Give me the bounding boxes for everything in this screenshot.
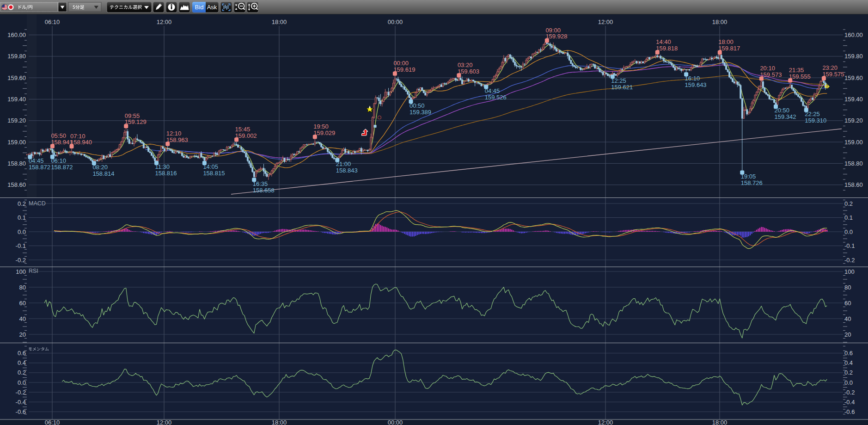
svg-text:0.0: 0.0 bbox=[844, 228, 853, 235]
svg-text:158.872: 158.872 bbox=[29, 164, 50, 171]
svg-text:159.603: 159.603 bbox=[458, 68, 479, 75]
svg-text:12:00: 12:00 bbox=[598, 419, 613, 425]
svg-text:-0.2: -0.2 bbox=[16, 389, 26, 396]
svg-text:159.80: 159.80 bbox=[844, 53, 863, 60]
svg-text:158.843: 158.843 bbox=[336, 167, 358, 174]
svg-text:80: 80 bbox=[19, 284, 26, 291]
svg-text:20:50: 20:50 bbox=[775, 107, 790, 114]
svg-text:158.60: 158.60 bbox=[844, 181, 863, 188]
svg-text:159.00: 159.00 bbox=[844, 139, 863, 146]
svg-text:Bid: Bid bbox=[195, 4, 204, 11]
svg-text:60: 60 bbox=[19, 300, 26, 307]
svg-text:40: 40 bbox=[844, 315, 851, 322]
svg-text:159.129: 159.129 bbox=[125, 118, 147, 125]
svg-text:0.1: 0.1 bbox=[844, 214, 853, 221]
svg-text:-0.4: -0.4 bbox=[16, 399, 26, 406]
svg-text:18:00: 18:00 bbox=[272, 18, 287, 25]
svg-text:-0.2: -0.2 bbox=[844, 389, 855, 396]
svg-text:-0.2: -0.2 bbox=[16, 257, 26, 264]
svg-text:100: 100 bbox=[844, 268, 855, 275]
svg-text:11:30: 11:30 bbox=[155, 163, 170, 170]
svg-text:159.526: 159.526 bbox=[485, 94, 507, 101]
svg-text:22:25: 22:25 bbox=[805, 111, 820, 117]
svg-text:12:25: 12:25 bbox=[611, 77, 626, 84]
svg-text:158.941: 158.941 bbox=[51, 139, 73, 146]
svg-text:16:10: 16:10 bbox=[685, 75, 700, 82]
svg-text:00:00: 00:00 bbox=[388, 18, 403, 25]
svg-text:12:00: 12:00 bbox=[157, 18, 172, 25]
svg-text:MACD: MACD bbox=[29, 200, 46, 207]
svg-text:159.40: 159.40 bbox=[844, 96, 863, 103]
svg-text:159.60: 159.60 bbox=[844, 74, 863, 81]
svg-text:158.60: 158.60 bbox=[7, 181, 26, 188]
svg-text:19:05: 19:05 bbox=[741, 173, 756, 180]
svg-text:158.814: 158.814 bbox=[92, 170, 114, 177]
svg-text:159.573: 159.573 bbox=[760, 71, 782, 78]
svg-text:159.00: 159.00 bbox=[7, 139, 26, 146]
svg-text:158.726: 158.726 bbox=[741, 179, 763, 186]
svg-text:06:10: 06:10 bbox=[51, 157, 66, 164]
svg-text:160.00: 160.00 bbox=[7, 31, 26, 38]
svg-text:-0.6: -0.6 bbox=[16, 408, 26, 415]
svg-text:Ask: Ask bbox=[207, 4, 217, 11]
svg-text:06:10: 06:10 bbox=[45, 18, 60, 25]
svg-text:00:00: 00:00 bbox=[388, 419, 403, 425]
svg-text:159.40: 159.40 bbox=[7, 96, 26, 103]
svg-text:0.4: 0.4 bbox=[844, 359, 853, 366]
svg-text:160.00: 160.00 bbox=[844, 31, 863, 38]
svg-text:159.555: 159.555 bbox=[789, 73, 811, 80]
svg-text:-0.4: -0.4 bbox=[844, 399, 855, 406]
svg-text:159.643: 159.643 bbox=[685, 81, 707, 88]
svg-text:60: 60 bbox=[844, 300, 851, 307]
svg-text:158.658: 158.658 bbox=[253, 187, 275, 194]
svg-text:14:05: 14:05 bbox=[203, 163, 218, 170]
svg-text:-0.2: -0.2 bbox=[844, 257, 855, 264]
svg-text:0.2: 0.2 bbox=[18, 200, 26, 207]
svg-text:158.872: 158.872 bbox=[51, 164, 73, 171]
svg-text:RSI: RSI bbox=[29, 268, 38, 274]
svg-text:159.80: 159.80 bbox=[7, 53, 26, 60]
svg-text:158.815: 158.815 bbox=[203, 170, 225, 177]
svg-text:20: 20 bbox=[844, 331, 851, 338]
svg-text:0.0: 0.0 bbox=[844, 379, 853, 386]
svg-text:159.389: 159.389 bbox=[410, 109, 431, 116]
svg-text:159.310: 159.310 bbox=[805, 117, 826, 124]
svg-text:158.80: 158.80 bbox=[844, 160, 863, 167]
svg-text:04:45: 04:45 bbox=[29, 157, 44, 164]
svg-text:158.80: 158.80 bbox=[7, 160, 26, 167]
svg-text:159.619: 159.619 bbox=[393, 66, 415, 73]
svg-text:158.963: 158.963 bbox=[166, 136, 188, 143]
svg-text:00:50: 00:50 bbox=[410, 102, 425, 109]
svg-text:-0.6: -0.6 bbox=[844, 408, 855, 415]
svg-text:0.6: 0.6 bbox=[844, 350, 853, 357]
svg-text:159.002: 159.002 bbox=[235, 132, 257, 139]
svg-text:159.818: 159.818 bbox=[656, 45, 678, 52]
svg-text:40: 40 bbox=[19, 315, 26, 322]
svg-text:159.575: 159.575 bbox=[822, 71, 844, 78]
svg-text:0.0: 0.0 bbox=[18, 228, 26, 235]
svg-text:12:00: 12:00 bbox=[598, 18, 613, 25]
svg-text:-0.1: -0.1 bbox=[16, 242, 26, 249]
svg-text:0.2: 0.2 bbox=[844, 369, 853, 376]
svg-text:-0.1: -0.1 bbox=[844, 242, 855, 249]
svg-text:16:35: 16:35 bbox=[253, 180, 268, 187]
svg-text:159.029: 159.029 bbox=[313, 129, 335, 136]
svg-text:100: 100 bbox=[16, 268, 26, 275]
svg-text:21:00: 21:00 bbox=[336, 160, 351, 167]
svg-text:159.342: 159.342 bbox=[775, 113, 796, 120]
svg-text:159.20: 159.20 bbox=[7, 117, 26, 124]
svg-text:18:00: 18:00 bbox=[272, 419, 287, 425]
svg-text:0.1: 0.1 bbox=[18, 214, 26, 221]
svg-text:159.817: 159.817 bbox=[718, 45, 740, 52]
svg-text:18:00: 18:00 bbox=[712, 18, 727, 25]
svg-text:159.60: 159.60 bbox=[7, 74, 26, 81]
svg-text:159.20: 159.20 bbox=[844, 117, 863, 124]
svg-text:06:10: 06:10 bbox=[45, 419, 60, 425]
svg-text:158.940: 158.940 bbox=[70, 139, 92, 146]
svg-text:0.2: 0.2 bbox=[844, 200, 853, 207]
svg-text:159.621: 159.621 bbox=[611, 84, 633, 91]
svg-text:18:00: 18:00 bbox=[712, 419, 727, 425]
svg-text:12:00: 12:00 bbox=[157, 419, 172, 425]
svg-text:08:20: 08:20 bbox=[92, 164, 108, 171]
svg-text:159.928: 159.928 bbox=[545, 33, 567, 40]
